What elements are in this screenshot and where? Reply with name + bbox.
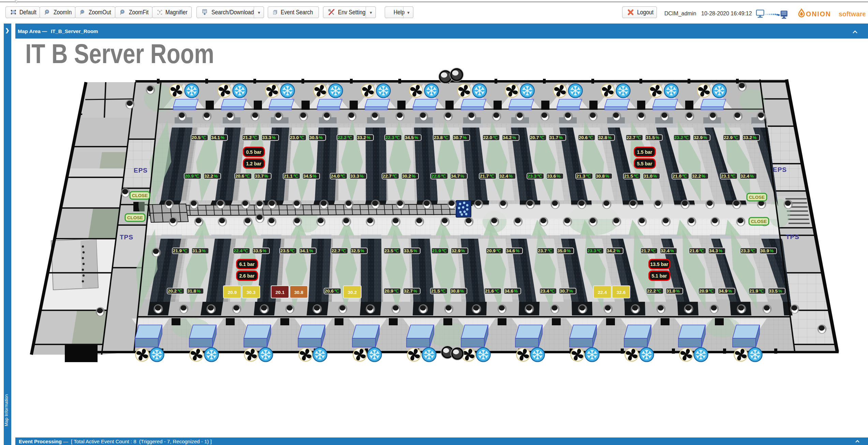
svg-text:33.3: 33.3 — [262, 135, 271, 140]
svg-text:23.3: 23.3 — [528, 174, 537, 179]
svg-text:℃: ℃ — [177, 289, 182, 294]
svg-text:21.5: 21.5 — [431, 288, 440, 294]
svg-text:℃: ℃ — [699, 249, 704, 253]
svg-text:32.2: 32.2 — [204, 174, 213, 179]
svg-text:℃: ℃ — [443, 135, 448, 140]
svg-text:%: % — [653, 174, 657, 179]
svg-text:33.6: 33.6 — [547, 174, 556, 179]
svg-text:20.9: 20.9 — [228, 290, 237, 295]
svg-text:32.4: 32.4 — [499, 174, 509, 179]
svg-text:℃: ℃ — [441, 174, 446, 179]
svg-text:33.5: 33.5 — [769, 288, 778, 294]
svg-text:33.2: 33.2 — [743, 135, 752, 140]
svg-text:21.7: 21.7 — [641, 248, 650, 253]
svg-text:23.4: 23.4 — [540, 288, 549, 294]
svg-text:%: % — [309, 249, 313, 253]
svg-text:35.0: 35.0 — [557, 248, 566, 253]
svg-text:℃: ℃ — [495, 289, 499, 294]
svg-text:%: % — [512, 135, 516, 140]
svg-text:%: % — [514, 289, 518, 294]
svg-text:CLOSE: CLOSE — [132, 193, 148, 198]
svg-text:20.7: 20.7 — [530, 135, 539, 140]
svg-text:%: % — [202, 249, 206, 253]
svg-text:21.3: 21.3 — [576, 174, 586, 179]
svg-text:32.9: 32.9 — [452, 248, 460, 253]
svg-text:ONION: ONION — [806, 10, 831, 18]
svg-text:23.3: 23.3 — [587, 248, 597, 253]
svg-text:℃: ℃ — [394, 249, 399, 253]
svg-text:℃: ℃ — [682, 174, 687, 179]
svg-text:31.0: 31.0 — [666, 288, 675, 294]
svg-text:℃: ℃ — [550, 289, 555, 294]
svg-text:%: % — [313, 174, 317, 179]
svg-text:%: % — [360, 174, 364, 179]
svg-text:34.9: 34.9 — [719, 288, 727, 294]
svg-text:22.9: 22.9 — [724, 135, 733, 140]
svg-text:℃: ℃ — [394, 289, 399, 294]
svg-text:22.4: 22.4 — [598, 290, 607, 295]
svg-text:23.8: 23.8 — [434, 135, 443, 140]
svg-text:℃: ℃ — [441, 289, 445, 294]
svg-text:%: % — [413, 249, 417, 253]
svg-text:%: % — [750, 174, 754, 179]
svg-text:%: % — [367, 135, 370, 140]
svg-text:%: % — [608, 135, 612, 140]
svg-text:22.6: 22.6 — [431, 174, 441, 179]
svg-text:℃: ℃ — [657, 289, 661, 294]
svg-text:34.3: 34.3 — [709, 248, 718, 253]
svg-text:21.9: 21.9 — [173, 248, 182, 253]
svg-text:℃: ℃ — [547, 249, 552, 253]
svg-text:%: % — [656, 135, 659, 140]
svg-text:20.5: 20.5 — [192, 135, 201, 140]
svg-text:22.3: 22.3 — [385, 135, 395, 140]
svg-text:20.2: 20.2 — [168, 288, 177, 294]
svg-text:EPS: EPS — [773, 166, 787, 173]
svg-text:%: % — [460, 289, 464, 294]
svg-text:31.3: 31.3 — [192, 248, 202, 253]
svg-text:32.6: 32.6 — [617, 290, 626, 295]
svg-text:23.7: 23.7 — [538, 248, 547, 253]
svg-text:%: % — [670, 249, 674, 253]
svg-text:23.3: 23.3 — [741, 248, 750, 253]
svg-text:32.2: 32.2 — [692, 174, 701, 179]
svg-text:20.6: 20.6 — [579, 135, 588, 140]
svg-text:34.5: 34.5 — [405, 135, 414, 140]
svg-text:22.4: 22.4 — [234, 248, 243, 253]
svg-text:31.0: 31.0 — [644, 174, 652, 179]
svg-text:5.1 bar: 5.1 bar — [651, 273, 667, 279]
svg-text:℃: ℃ — [290, 249, 295, 253]
svg-text:℃: ℃ — [299, 135, 304, 140]
svg-text:31.5: 31.5 — [646, 135, 655, 140]
svg-text:30.5: 30.5 — [309, 135, 319, 140]
svg-text:%: % — [264, 174, 268, 179]
svg-text:21.9: 21.9 — [749, 288, 758, 294]
svg-text:℃: ℃ — [245, 174, 250, 179]
svg-text:%: % — [463, 135, 467, 140]
svg-text:%: % — [414, 135, 418, 140]
svg-text:software: software — [839, 10, 865, 18]
svg-text:1.2 bar: 1.2 bar — [246, 161, 262, 166]
svg-text:℃: ℃ — [341, 249, 346, 253]
svg-text:34.6: 34.6 — [506, 248, 515, 253]
svg-text:℃: ℃ — [489, 174, 494, 179]
svg-text:32.7: 32.7 — [404, 288, 413, 294]
svg-text:℃: ℃ — [597, 249, 602, 253]
svg-text:30.2: 30.2 — [348, 290, 357, 295]
svg-text:%: % — [197, 289, 201, 294]
svg-text:%: % — [412, 174, 415, 179]
svg-text:℃: ℃ — [731, 174, 735, 179]
svg-text:%: % — [413, 289, 417, 294]
svg-text:%: % — [361, 249, 364, 253]
svg-text:21.9: 21.9 — [432, 248, 441, 253]
svg-text:21.6: 21.6 — [485, 288, 494, 294]
svg-text:℃: ℃ — [493, 135, 498, 140]
svg-text:℃: ℃ — [496, 249, 501, 253]
svg-text:℃: ℃ — [442, 249, 446, 253]
svg-text:℃: ℃ — [759, 289, 764, 294]
svg-text:22.0: 22.0 — [483, 135, 492, 140]
svg-text:22.2: 22.2 — [338, 135, 347, 140]
svg-text:%: % — [460, 174, 464, 179]
svg-text:30.7: 30.7 — [453, 135, 462, 140]
svg-text:33.3: 33.3 — [350, 174, 359, 179]
svg-text:%: % — [516, 249, 519, 253]
